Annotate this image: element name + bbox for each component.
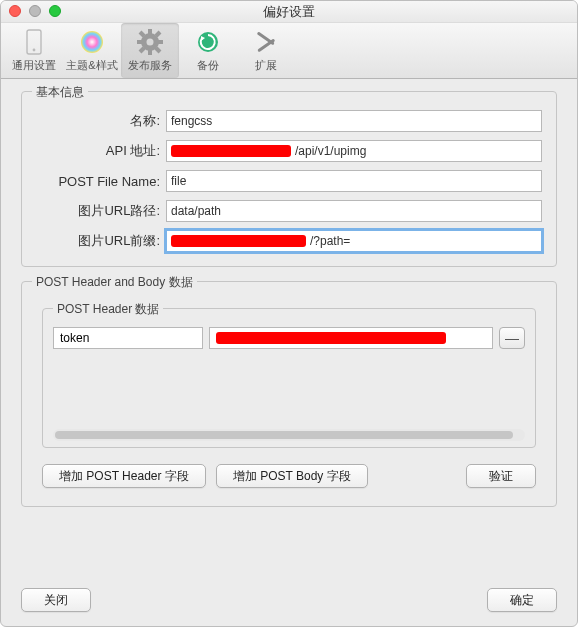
svg-line-12 [140,48,144,52]
time-machine-icon [194,28,222,56]
input-name-value: fengcss [171,114,212,128]
label-name: 名称: [36,112,166,130]
add-post-body-button[interactable]: 增加 POST Body 字段 [216,464,368,488]
label-api-url: API 地址: [36,142,166,160]
input-post-file-value: file [171,174,186,188]
redacted-text [216,332,446,344]
device-icon [20,28,48,56]
group-header-body: POST Header and Body 数据 POST Header 数据 t… [21,281,557,507]
label-image-url-path: 图片URL路径: [36,202,166,220]
toolbar: 通用设置 主题&样式 发布服务 备份 扩展 [1,23,577,79]
toolbar-item-extensions[interactable]: 扩展 [237,23,295,78]
svg-point-2 [81,31,103,53]
row-image-url-path: 图片URL路径: data/path [36,200,542,222]
svg-point-4 [147,39,154,46]
minus-icon: — [505,330,519,346]
input-post-file-name[interactable]: file [166,170,542,192]
verify-button[interactable]: 验证 [466,464,536,488]
row-api-url: API 地址: /api/v1/upimg [36,140,542,162]
group-title: 基本信息 [32,84,88,101]
toolbar-label: 主题&样式 [66,58,117,73]
inner-group-post-header: POST Header 数据 token — [42,308,536,448]
input-url-path-value: data/path [171,204,221,218]
group-title: POST Header and Body 数据 [32,274,197,291]
svg-rect-16 [257,31,275,45]
toolbar-label: 备份 [197,58,219,73]
redacted-text [171,235,306,247]
spacer [91,588,487,612]
zoom-window-icon[interactable] [49,5,61,17]
window-controls [9,5,61,17]
svg-line-9 [140,32,144,36]
remove-row-button[interactable]: — [499,327,525,349]
label-image-url-prefix: 图片URL前缀: [36,232,166,250]
gear-icon [136,28,164,56]
header-key-input[interactable]: token [53,327,203,349]
svg-line-10 [156,48,160,52]
input-image-url-prefix[interactable]: /?path= [166,230,542,252]
footer-button-row: 关闭 确定 [21,588,557,612]
input-url-prefix-suffix: /?path= [310,234,350,248]
header-row: token — [53,327,525,349]
toolbar-label: 扩展 [255,58,277,73]
toolbar-label: 通用设置 [12,58,56,73]
toolbar-label: 发布服务 [128,58,172,73]
row-post-file-name: POST File Name: file [36,170,542,192]
row-name: 名称: fengcss [36,110,542,132]
toolbar-item-publish[interactable]: 发布服务 [121,23,179,78]
color-wheel-icon [78,28,106,56]
window-title: 偏好设置 [263,3,315,21]
input-image-url-path[interactable]: data/path [166,200,542,222]
action-button-row: 增加 POST Header 字段 增加 POST Body 字段 验证 [42,464,536,488]
input-name[interactable]: fengcss [166,110,542,132]
horizontal-scrollbar[interactable] [53,429,525,441]
toolbar-item-general[interactable]: 通用设置 [5,23,63,78]
header-value-input[interactable] [209,327,493,349]
add-post-header-button[interactable]: 增加 POST Header 字段 [42,464,206,488]
preferences-window: 偏好设置 通用设置 主题&样式 发布服务 备份 [0,0,578,627]
input-api-url[interactable]: /api/v1/upimg [166,140,542,162]
input-api-url-suffix: /api/v1/upimg [295,144,366,158]
redacted-text [171,145,291,157]
close-button[interactable]: 关闭 [21,588,91,612]
ok-button[interactable]: 确定 [487,588,557,612]
group-basic-info: 基本信息 名称: fengcss API 地址: /api/v1/upimg P… [21,91,557,267]
inner-group-title: POST Header 数据 [53,301,163,318]
titlebar: 偏好设置 [1,1,577,23]
toolbar-item-theme[interactable]: 主题&样式 [63,23,121,78]
label-post-file-name: POST File Name: [36,174,166,189]
minimize-window-icon[interactable] [29,5,41,17]
toolbar-item-backup[interactable]: 备份 [179,23,237,78]
svg-point-1 [33,49,36,52]
scrollbar-thumb[interactable] [55,431,513,439]
row-image-url-prefix: 图片URL前缀: /?path= [36,230,542,252]
content-area: 基本信息 名称: fengcss API 地址: /api/v1/upimg P… [1,79,577,626]
tools-icon [252,28,280,56]
svg-line-11 [156,32,160,36]
close-window-icon[interactable] [9,5,21,17]
header-key-value: token [60,331,89,345]
